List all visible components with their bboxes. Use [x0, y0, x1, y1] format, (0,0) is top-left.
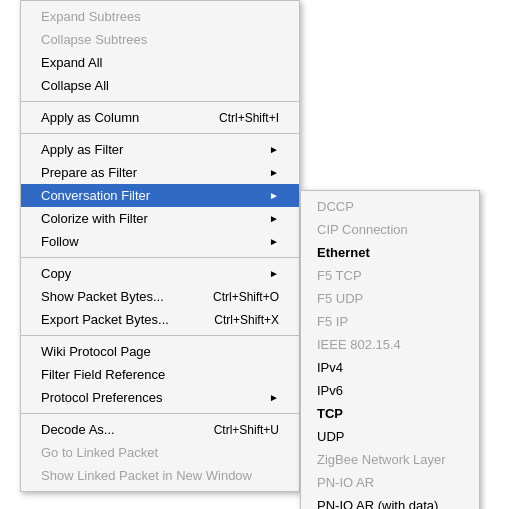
submenu-item-label: IEEE 802.15.4: [317, 337, 401, 352]
menu-item-follow[interactable]: Follow ►: [21, 230, 299, 253]
context-menu: Expand Subtrees Collapse Subtrees Expand…: [20, 0, 300, 492]
menu-item-label: Export Packet Bytes...: [41, 312, 169, 327]
submenu-arrow: ►: [269, 213, 279, 224]
menu-item-label: Wiki Protocol Page: [41, 344, 151, 359]
submenu-item-label: CIP Connection: [317, 222, 408, 237]
submenu-item-ieee-802-15-4[interactable]: IEEE 802.15.4: [301, 333, 479, 356]
menu-item-filter-field-reference[interactable]: Filter Field Reference: [21, 363, 299, 386]
menu-item-prepare-as-filter[interactable]: Prepare as Filter ►: [21, 161, 299, 184]
menu-item-apply-as-column[interactable]: Apply as Column Ctrl+Shift+I: [21, 106, 299, 129]
menu-item-export-packet-bytes[interactable]: Export Packet Bytes... Ctrl+Shift+X: [21, 308, 299, 331]
menu-item-label: Copy: [41, 266, 71, 281]
submenu-arrow: ►: [269, 167, 279, 178]
menu-item-label: Show Linked Packet in New Window: [41, 468, 252, 483]
separator-4: [21, 335, 299, 336]
submenu-item-label: F5 IP: [317, 314, 348, 329]
submenu-item-pn-io-ar[interactable]: PN-IO AR: [301, 471, 479, 494]
submenu-item-label: UDP: [317, 429, 344, 444]
separator-5: [21, 413, 299, 414]
submenu-item-label: DCCP: [317, 199, 354, 214]
menu-item-go-to-linked-packet[interactable]: Go to Linked Packet: [21, 441, 299, 464]
menu-item-show-packet-bytes[interactable]: Show Packet Bytes... Ctrl+Shift+O: [21, 285, 299, 308]
menu-item-label: Apply as Column: [41, 110, 139, 125]
separator-3: [21, 257, 299, 258]
submenu-item-label: PN-IO AR (with data): [317, 498, 438, 509]
separator-1: [21, 101, 299, 102]
menu-item-apply-as-filter[interactable]: Apply as Filter ►: [21, 138, 299, 161]
submenu-item-label: ZigBee Network Layer: [317, 452, 446, 467]
submenu-item-label: PN-IO AR: [317, 475, 374, 490]
separator-2: [21, 133, 299, 134]
submenu-arrow: ►: [269, 392, 279, 403]
submenu-item-f5-ip[interactable]: F5 IP: [301, 310, 479, 333]
submenu-item-tcp[interactable]: TCP: [301, 402, 479, 425]
menu-item-label: Go to Linked Packet: [41, 445, 158, 460]
menu-item-collapse-subtrees[interactable]: Collapse Subtrees: [21, 28, 299, 51]
submenu-item-udp[interactable]: UDP: [301, 425, 479, 448]
menu-item-shortcut: Ctrl+Shift+X: [214, 313, 279, 327]
menu-item-expand-all[interactable]: Expand All: [21, 51, 299, 74]
submenu-arrow: ►: [269, 144, 279, 155]
menu-item-label: Conversation Filter: [41, 188, 150, 203]
menu-item-colorize-with-filter[interactable]: Colorize with Filter ►: [21, 207, 299, 230]
menu-item-label: Colorize with Filter: [41, 211, 148, 226]
menu-item-expand-subtrees[interactable]: Expand Subtrees: [21, 5, 299, 28]
menu-item-label: Follow: [41, 234, 79, 249]
menu-item-shortcut: Ctrl+Shift+U: [214, 423, 279, 437]
submenu-arrow: ►: [269, 190, 279, 201]
menu-item-copy[interactable]: Copy ►: [21, 262, 299, 285]
menu-item-wiki-protocol-page[interactable]: Wiki Protocol Page: [21, 340, 299, 363]
menu-item-label: Collapse All: [41, 78, 109, 93]
menu-item-label: Prepare as Filter: [41, 165, 137, 180]
menu-item-show-linked-packet[interactable]: Show Linked Packet in New Window: [21, 464, 299, 487]
menu-item-label: Expand All: [41, 55, 102, 70]
menu-item-label: Expand Subtrees: [41, 9, 141, 24]
submenu-item-ipv4[interactable]: IPv4: [301, 356, 479, 379]
menu-item-shortcut: Ctrl+Shift+O: [213, 290, 279, 304]
submenu-item-label: F5 TCP: [317, 268, 362, 283]
submenu-item-zigbee-network-layer[interactable]: ZigBee Network Layer: [301, 448, 479, 471]
conversation-filter-submenu: DCCP CIP Connection Ethernet F5 TCP F5 U…: [300, 190, 480, 509]
submenu-item-cip-connection[interactable]: CIP Connection: [301, 218, 479, 241]
submenu-arrow: ►: [269, 236, 279, 247]
submenu-item-ipv6[interactable]: IPv6: [301, 379, 479, 402]
menu-item-label: Filter Field Reference: [41, 367, 165, 382]
menu-item-protocol-preferences[interactable]: Protocol Preferences ►: [21, 386, 299, 409]
menu-item-label: Decode As...: [41, 422, 115, 437]
submenu-item-label: Ethernet: [317, 245, 370, 260]
menu-item-shortcut: Ctrl+Shift+I: [219, 111, 279, 125]
submenu-item-f5-udp[interactable]: F5 UDP: [301, 287, 479, 310]
submenu-item-f5-tcp[interactable]: F5 TCP: [301, 264, 479, 287]
submenu-item-label: IPv4: [317, 360, 343, 375]
submenu-item-pn-io-ar-with-data[interactable]: PN-IO AR (with data): [301, 494, 479, 509]
submenu-arrow: ►: [269, 268, 279, 279]
menu-item-label: Protocol Preferences: [41, 390, 162, 405]
submenu-item-label: F5 UDP: [317, 291, 363, 306]
submenu-item-dccp[interactable]: DCCP: [301, 195, 479, 218]
menu-item-conversation-filter[interactable]: Conversation Filter ►: [21, 184, 299, 207]
menu-item-label: Apply as Filter: [41, 142, 123, 157]
submenu-item-label: IPv6: [317, 383, 343, 398]
menu-item-label: Show Packet Bytes...: [41, 289, 164, 304]
menu-item-decode-as[interactable]: Decode As... Ctrl+Shift+U: [21, 418, 299, 441]
submenu-item-ethernet[interactable]: Ethernet: [301, 241, 479, 264]
submenu-item-label: TCP: [317, 406, 343, 421]
menu-item-label: Collapse Subtrees: [41, 32, 147, 47]
menu-item-collapse-all[interactable]: Collapse All: [21, 74, 299, 97]
